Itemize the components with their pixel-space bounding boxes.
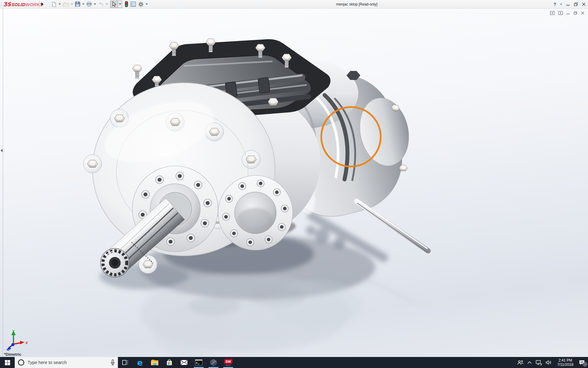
mail-icon xyxy=(180,360,188,365)
action-center-button[interactable]: 3 xyxy=(579,360,585,365)
pane-right-icon xyxy=(558,11,563,15)
restore-document-button[interactable] xyxy=(574,11,577,15)
taskbar-icon-solidworks[interactable]: SW 2017 xyxy=(221,357,236,368)
collapse-pane-button[interactable] xyxy=(550,11,555,15)
caret-down-icon xyxy=(106,3,108,5)
triad-y-label: Y xyxy=(12,329,15,333)
notification-badge: 3 xyxy=(583,362,587,366)
help-button[interactable]: ? xyxy=(553,2,556,7)
taskbar-search[interactable]: Type here to search xyxy=(15,357,118,368)
caret-down-icon xyxy=(560,4,562,5)
edge-icon: e xyxy=(137,358,143,367)
minimize-button[interactable] xyxy=(566,2,570,6)
taskbar-apps: e xyxy=(118,357,236,368)
rebuild-button[interactable] xyxy=(124,1,129,8)
close-icon xyxy=(581,11,584,15)
file-properties-icon xyxy=(130,2,136,7)
file-properties-button[interactable] xyxy=(130,1,137,8)
select-tool-group xyxy=(110,1,122,8)
open-dropdown[interactable] xyxy=(70,1,74,8)
help-label: ? xyxy=(553,2,556,7)
taskbar-icon-mail[interactable] xyxy=(177,357,191,368)
brand-text-solid: SOLID xyxy=(11,2,25,7)
gear-icon xyxy=(138,2,144,7)
file-explorer-icon xyxy=(151,359,159,366)
undo-button[interactable] xyxy=(97,1,104,8)
start-button[interactable] xyxy=(0,357,15,368)
cursor-arrow-icon xyxy=(112,2,116,7)
flyout-arrow-icon xyxy=(41,2,44,6)
model-reflection xyxy=(141,274,413,356)
caret-down-icon xyxy=(145,3,148,5)
command-prompt-icon xyxy=(195,359,202,366)
system-tray: 2:41 PM 7/11/2018 3 xyxy=(517,357,588,368)
sw-icon-text: SW xyxy=(224,359,232,364)
minimize-icon xyxy=(567,11,570,15)
caret-down-icon xyxy=(119,3,121,5)
clock-date: 7/11/2018 xyxy=(556,362,575,367)
show-hidden-icons-button[interactable] xyxy=(527,361,532,364)
print-dropdown[interactable] xyxy=(93,1,96,8)
printer-icon xyxy=(86,2,92,7)
volume-button[interactable] xyxy=(546,360,552,365)
print-button[interactable] xyxy=(86,1,92,8)
caret-down-icon xyxy=(71,3,73,5)
microphone-icon[interactable] xyxy=(111,359,115,366)
windows-logo-icon xyxy=(5,360,10,365)
taskbar-icon-file-explorer[interactable] xyxy=(147,357,162,368)
gearbox-model-canvas[interactable] xyxy=(0,9,588,357)
taskbar-icon-edge[interactable]: e xyxy=(133,357,147,368)
options-dropdown[interactable] xyxy=(145,1,148,8)
restore-icon xyxy=(574,2,578,6)
new-document-dropdown[interactable] xyxy=(58,1,61,8)
undo-arrow-icon xyxy=(98,2,104,7)
task-view-icon xyxy=(122,359,128,366)
undo-dropdown[interactable] xyxy=(105,1,108,8)
people-button[interactable] xyxy=(517,360,523,365)
expand-pane-button[interactable] xyxy=(558,11,563,15)
save-floppy-icon xyxy=(75,2,80,7)
store-icon xyxy=(166,359,173,366)
close-document-button[interactable] xyxy=(581,11,584,15)
save-button[interactable] xyxy=(74,1,81,8)
taskbar-icon-command-prompt[interactable] xyxy=(191,357,206,368)
taskbar-icon-task-view[interactable] xyxy=(118,357,133,368)
sw-icon-year: 2017 xyxy=(224,364,232,366)
restore-icon xyxy=(574,11,577,15)
cortana-icon xyxy=(18,359,24,366)
menu-flyout-button[interactable] xyxy=(39,0,45,8)
chevron-up-icon xyxy=(527,361,532,364)
ds-logo-icon: ƷS xyxy=(3,1,11,7)
close-icon xyxy=(582,2,586,6)
open-button[interactable] xyxy=(62,1,70,8)
3d-app-icon xyxy=(210,359,217,366)
traffic-light-icon xyxy=(125,1,128,7)
search-placeholder: Type here to search xyxy=(28,360,107,365)
window-title: menjac sklop [Read-only] xyxy=(312,2,401,6)
document-window-controls xyxy=(550,11,584,15)
taskbar-icon-3d-app[interactable] xyxy=(206,357,221,368)
window-controls: ? xyxy=(553,0,586,9)
minimize-icon xyxy=(566,2,570,6)
speaker-icon xyxy=(546,360,552,365)
taskbar-icon-store[interactable] xyxy=(162,357,177,368)
new-document-icon xyxy=(51,2,57,7)
minimize-document-button[interactable] xyxy=(567,11,570,15)
taskbar-clock[interactable]: 2:41 PM 7/11/2018 xyxy=(556,358,575,367)
help-dropdown[interactable] xyxy=(560,4,562,5)
network-button[interactable] xyxy=(536,360,542,365)
restore-button[interactable] xyxy=(574,2,578,6)
close-button[interactable] xyxy=(582,2,586,6)
solidworks-2017-icon: SW 2017 xyxy=(224,358,232,366)
options-button[interactable] xyxy=(138,1,144,8)
open-folder-icon xyxy=(63,2,69,7)
caret-down-icon xyxy=(82,3,85,5)
select-tool-button[interactable] xyxy=(111,1,118,8)
new-document-button[interactable] xyxy=(51,1,57,8)
clock-time: 2:41 PM xyxy=(556,358,575,362)
triad-x-label: X xyxy=(25,341,28,345)
save-dropdown[interactable] xyxy=(82,1,85,8)
select-tool-dropdown[interactable] xyxy=(118,1,122,8)
graphics-viewport[interactable]: Y X *Dimetric xyxy=(0,9,588,357)
view-orientation-label: *Dimetric xyxy=(4,352,21,357)
